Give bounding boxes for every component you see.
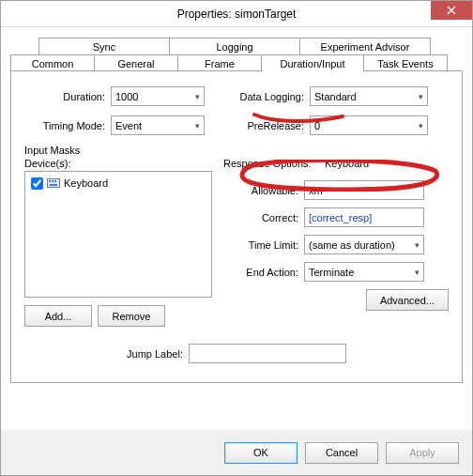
window-title: Properties: simonTarget <box>1 8 472 21</box>
time-limit-value: (same as duration) <box>309 239 395 251</box>
svg-rect-2 <box>52 180 53 182</box>
response-options-section: Response Options: Keyboard Allowable: Co… <box>223 145 449 327</box>
tab-task-events[interactable]: Task Events <box>363 54 448 71</box>
title-bar[interactable]: Properties: simonTarget <box>1 1 472 27</box>
timing-mode-value: Event <box>115 120 142 131</box>
time-limit-combo[interactable]: (same as duration) ▾ <box>304 235 424 254</box>
jump-label-label: Jump Label: <box>127 348 189 360</box>
duration-combo[interactable]: 1000 ▾ <box>111 86 205 106</box>
response-options-value: Keyboard <box>325 158 369 169</box>
chevron-down-icon: ▾ <box>415 240 420 250</box>
response-options-label: Response Options: <box>223 158 325 169</box>
prerelease-combo[interactable]: 0 ▾ <box>310 115 428 135</box>
input-masks-label: Input Masks <box>24 145 212 156</box>
duration-label: Duration: <box>24 91 111 102</box>
prerelease-value: 0 <box>314 120 320 131</box>
timing-mode-combo[interactable]: Event ▾ <box>111 115 205 135</box>
svg-rect-3 <box>54 180 56 182</box>
svg-rect-0 <box>48 179 60 188</box>
ok-button[interactable]: OK <box>224 442 298 464</box>
tab-duration-input[interactable]: Duration/Input <box>261 54 364 71</box>
tab-general[interactable]: General <box>94 54 178 71</box>
tab-panel-duration-input: Duration: 1000 ▾ Data Logging: Standard … <box>10 70 463 383</box>
data-logging-label: Data Logging: <box>205 91 310 102</box>
chevron-down-icon: ▾ <box>195 121 200 131</box>
svg-rect-1 <box>49 180 51 182</box>
duration-value: 1000 <box>115 91 138 102</box>
input-masks-section: Input Masks Device(s): Keyboard <box>24 145 212 327</box>
correct-input[interactable] <box>304 207 424 227</box>
timing-mode-label: Timing Mode: <box>24 120 111 131</box>
correct-label: Correct: <box>223 212 304 223</box>
prerelease-label: PreRelease: <box>205 120 310 131</box>
chevron-down-icon: ▾ <box>415 268 420 277</box>
keyboard-icon <box>47 177 60 190</box>
devices-listbox[interactable]: Keyboard <box>24 171 212 298</box>
cancel-button[interactable]: Cancel <box>305 442 378 464</box>
chevron-down-icon: ▾ <box>195 92 200 101</box>
device-checkbox[interactable] <box>31 177 43 190</box>
properties-dialog: Properties: simonTarget Sync Logging Exp… <box>0 0 473 476</box>
data-logging-combo[interactable]: Standard ▾ <box>310 86 428 106</box>
dialog-footer: OK Cancel Apply <box>1 430 472 475</box>
tab-sync[interactable]: Sync <box>38 38 170 54</box>
end-action-combo[interactable]: Terminate ▾ <box>304 262 424 282</box>
data-logging-value: Standard <box>314 91 357 102</box>
remove-button[interactable]: Remove <box>98 305 165 327</box>
end-action-label: End Action: <box>223 267 304 278</box>
chevron-down-icon: ▾ <box>419 121 423 131</box>
tab-strip: Sync Logging Experiment Advisor Common G… <box>10 37 463 383</box>
list-item[interactable]: Keyboard <box>29 176 207 191</box>
allowable-input[interactable] <box>304 180 424 200</box>
apply-button[interactable]: Apply <box>386 442 459 464</box>
devices-label: Device(s): <box>24 158 212 169</box>
add-button[interactable]: Add... <box>24 305 92 327</box>
allowable-label: Allowable: <box>223 185 304 196</box>
tab-logging[interactable]: Logging <box>169 38 300 54</box>
advanced-button[interactable]: Advanced... <box>366 289 449 311</box>
chevron-down-icon: ▾ <box>419 92 423 101</box>
close-button[interactable] <box>431 1 472 20</box>
close-icon <box>447 6 456 15</box>
end-action-value: Terminate <box>309 267 354 278</box>
jump-label-input[interactable] <box>189 344 346 363</box>
tab-experiment-advisor[interactable]: Experiment Advisor <box>299 38 431 54</box>
svg-rect-4 <box>50 184 57 186</box>
tab-frame[interactable]: Frame <box>177 54 262 71</box>
dialog-content: Sync Logging Experiment Advisor Common G… <box>1 27 472 430</box>
device-name: Keyboard <box>64 177 108 189</box>
tab-common[interactable]: Common <box>10 54 95 71</box>
time-limit-label: Time Limit: <box>223 239 304 251</box>
